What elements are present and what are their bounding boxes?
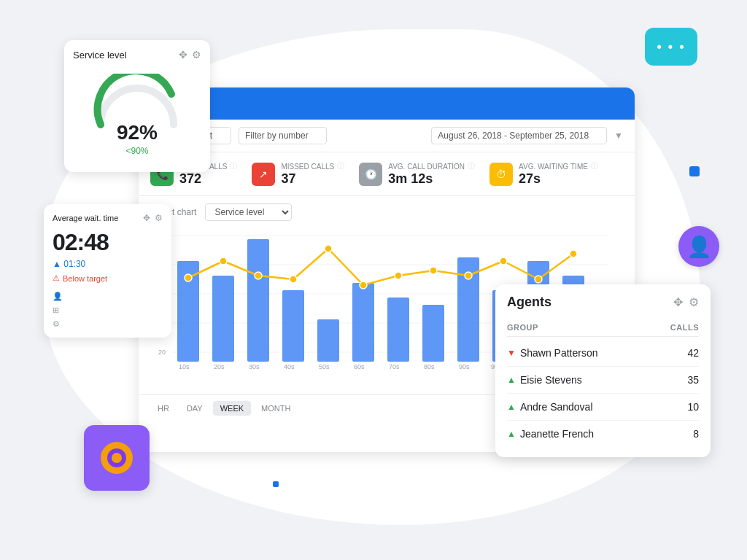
tab-day[interactable]: DAY: [179, 401, 210, 416]
missed-icon: ↗: [252, 163, 275, 186]
agent-calls-andre: 10: [687, 401, 699, 413]
gauge-svg: [90, 74, 185, 128]
info-icon-3: ⓘ: [468, 161, 475, 171]
service-level-header: Service level ✥ ⚙: [73, 49, 201, 61]
chat-bubble[interactable]: • • •: [645, 28, 697, 66]
metric-avg-duration-info: AVG. CALL DURATION ⓘ 3m 12s: [388, 161, 475, 187]
metric-avg-wait-info: AVG. WAITING TIME ⓘ 27s: [519, 161, 598, 187]
svg-point-34: [500, 257, 507, 265]
info-icon-1: ⓘ: [230, 161, 237, 171]
svg-point-32: [430, 267, 437, 274]
avatar-icon: 👤: [686, 235, 712, 259]
expand-icon[interactable]: ✥: [673, 295, 683, 309]
svg-point-25: [185, 274, 192, 281]
svg-rect-14: [212, 276, 234, 362]
svg-point-35: [535, 276, 542, 283]
svg-text:90s: 90s: [459, 363, 470, 370]
avg-duration-value: 3m 12s: [388, 171, 475, 187]
deco-dot-3: [273, 481, 279, 487]
svg-point-30: [360, 281, 367, 289]
svg-point-36: [570, 250, 577, 257]
person-icon: 👤: [53, 292, 63, 301]
clock-icon: 🕐: [359, 163, 382, 186]
gear-icon-2[interactable]: ⚙: [155, 213, 163, 223]
tab-hr[interactable]: HR: [150, 401, 177, 416]
agents-title: Agents: [507, 295, 551, 310]
move-icon[interactable]: ✥: [179, 49, 187, 61]
tab-month[interactable]: MONTH: [254, 401, 298, 416]
move-icon-2[interactable]: ✥: [143, 213, 150, 223]
agents-table-header: GROUP CALLS: [507, 319, 699, 337]
agents-header-icons: ✥ ⚙: [673, 295, 699, 309]
svg-rect-16: [282, 290, 304, 362]
gear-icon[interactable]: ⚙: [192, 49, 201, 61]
metrics-row: 📞 TOTAL CALLS ⓘ 372 ↗ MISSED CALLS ⓘ 37: [139, 152, 635, 196]
avg-wait-label: AVG. WAITING TIME ⓘ: [519, 161, 598, 171]
arrow-up-eisie: ▲: [507, 375, 516, 385]
col-group: GROUP: [507, 323, 538, 332]
missed-calls-value: 37: [281, 171, 344, 187]
agents-header: Agents ✥ ⚙: [507, 295, 699, 310]
metric-missed-calls-info: MISSED CALLS ⓘ 37: [281, 161, 344, 187]
gauge-container: 92% <90%: [73, 66, 201, 163]
avg-wait-value: 27s: [519, 171, 598, 187]
agent-name-andre-text: Andre Sandoval: [520, 401, 593, 413]
agents-panel: Agents ✥ ⚙ GROUP CALLS ▼ Shawn Patterson…: [495, 284, 711, 457]
svg-text:50s: 50s: [319, 363, 330, 370]
agent-name-andre: ▲ Andre Sandoval: [507, 401, 593, 413]
agent-name-shawn: ▼ Shawn Patterson: [507, 347, 598, 359]
wait-icon-row-2: ⊞: [53, 306, 163, 315]
agent-name-jeanette: ▲ Jeanette French: [507, 428, 594, 440]
arrow-up-andre: ▲: [507, 402, 516, 412]
info-icon-2: ⓘ: [337, 161, 344, 171]
agent-name-eisie: ▲ Eisie Stevens: [507, 374, 582, 386]
svg-point-33: [465, 272, 472, 279]
deco-square-1: [689, 166, 700, 176]
svg-rect-17: [317, 319, 339, 362]
gauge-value: 92%: [117, 121, 158, 144]
main-card-header: [139, 88, 635, 120]
svg-point-2: [112, 453, 122, 463]
agent-row-jeanette: ▲ Jeanette French 8: [507, 421, 699, 447]
agent-name-shawn-text: Shawn Patterson: [520, 347, 598, 359]
svg-text:20: 20: [158, 349, 166, 356]
service-level-title: Service level: [73, 50, 127, 61]
time-tabs: HR DAY WEEK MONTH: [150, 401, 298, 416]
agent-name-jeanette-text: Jeanette French: [520, 428, 594, 440]
wait-icon-list: 👤 ⊞ ⚙: [53, 292, 163, 329]
metric-avg-wait: ⏱ AVG. WAITING TIME ⓘ 27s: [489, 161, 598, 187]
avatar-bubble[interactable]: 👤: [678, 226, 719, 267]
wait-target: ▲ 01:30: [53, 259, 163, 269]
filter-date[interactable]: August 26, 2018 - September 25, 2018: [431, 127, 607, 144]
info-icon-4: ⓘ: [591, 161, 598, 171]
svg-text:70s: 70s: [389, 363, 400, 370]
avg-duration-label: AVG. CALL DURATION ⓘ: [388, 161, 475, 171]
wait-icon-row-3: ⚙: [53, 319, 163, 329]
avg-wait-header: Average wait. time ✥ ⚙: [53, 213, 163, 223]
avg-wait-title: Average wait. time: [53, 214, 118, 222]
agent-calls-eisie: 35: [687, 374, 699, 386]
donut-svg: [95, 436, 139, 480]
metric-avg-duration: 🕐 AVG. CALL DURATION ⓘ 3m 12s: [359, 161, 475, 187]
agent-name-eisie-text: Eisie Stevens: [520, 374, 582, 386]
filter-number-select[interactable]: Filter by number: [239, 127, 327, 144]
tab-week[interactable]: WEEK: [213, 401, 251, 416]
gear-icon-agents[interactable]: ⚙: [689, 295, 699, 309]
svg-rect-15: [247, 239, 269, 362]
chart-type-select[interactable]: Service level: [205, 203, 292, 221]
gauge-target: <90%: [125, 146, 148, 156]
alert-text: Below target: [63, 274, 107, 283]
svg-point-27: [255, 272, 262, 279]
avg-wait-card: Average wait. time ✥ ⚙ 02:48 ▲ 01:30 ⚠ B…: [44, 204, 171, 338]
svg-text:10s: 10s: [179, 363, 190, 370]
total-calls-value: 372: [179, 171, 237, 187]
svg-text:60s: 60s: [354, 363, 365, 370]
svg-rect-18: [352, 283, 374, 362]
calendar-icon: ▼: [614, 131, 623, 141]
svg-text:80s: 80s: [424, 363, 435, 370]
arrow-up-jeanette: ▲: [507, 429, 516, 439]
agent-row-eisie: ▲ Eisie Stevens 35: [507, 367, 699, 394]
settings-icon-1: ⊞: [53, 306, 59, 315]
avg-wait-icons: ✥ ⚙: [143, 213, 163, 223]
filter-bar: Filter by agent Filter by number August …: [139, 120, 635, 152]
